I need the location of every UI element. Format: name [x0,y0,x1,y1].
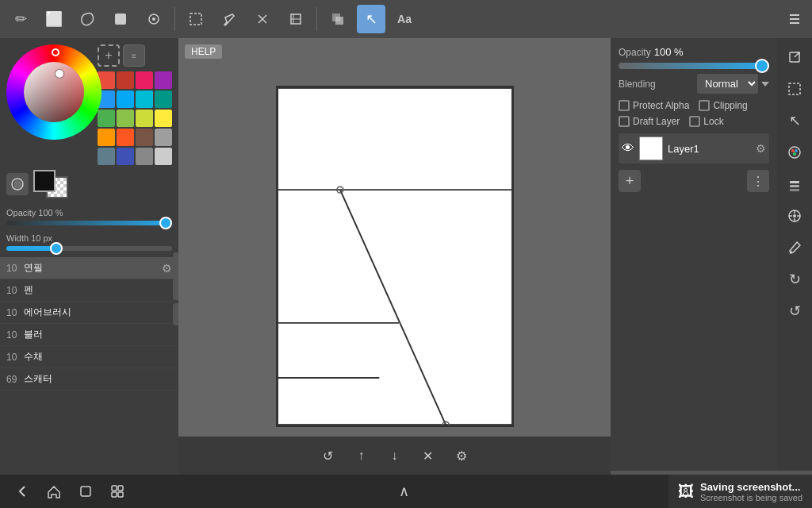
color-swatch[interactable] [136,71,153,89]
far-right-cursor-button[interactable]: ↖ [782,108,807,133]
mini-close-button[interactable]: ✕ [416,444,440,468]
layer-add-button[interactable]: + [619,170,641,192]
brush-settings-icon[interactable]: ⚙ [162,262,172,275]
brush-name: 연필 [24,261,162,275]
width-thumb[interactable] [50,242,63,255]
add-color-button[interactable]: + [98,44,120,67]
far-right-select-button[interactable] [782,76,807,102]
color-swatch[interactable] [117,90,134,108]
tool-color-picker[interactable] [215,5,243,33]
color-swatch[interactable] [117,110,134,127]
tool-rect-select[interactable] [182,5,210,33]
blending-label: Blending [619,79,656,90]
color-swatch[interactable] [155,148,172,165]
far-right-export-button[interactable] [782,44,807,70]
tool-transform[interactable] [248,5,277,33]
mini-up-button[interactable]: ↑ [350,444,373,468]
tool-transform2[interactable] [282,5,310,33]
mini-settings-button[interactable]: ⚙ [450,444,473,468]
color-swatch[interactable] [155,71,172,89]
color-swatch[interactable] [155,90,172,108]
width-slider[interactable] [6,246,172,251]
status-bar: ∧ 🖼 Saving screenshot... Screenshot is b… [0,475,812,508]
tool-layer-blend[interactable] [324,5,352,33]
mini-down-button[interactable]: ↓ [383,444,407,468]
far-right-transform-button[interactable] [782,203,807,229]
back-button[interactable] [10,479,35,504]
screenshot-subtitle: Screenshot is being saved [700,493,802,502]
clipping-box [699,100,710,111]
color-swatch[interactable] [117,71,134,89]
tool-eraser[interactable]: ⬜ [40,5,68,33]
lock-label: Lock [703,116,723,127]
color-section: + ≡ [0,38,178,205]
help-label[interactable]: HELP [185,44,222,59]
canvas-paper[interactable] [276,86,514,427]
far-right-layers-button[interactable] [782,171,807,197]
recent-apps-button[interactable] [73,479,98,504]
brush-list-item[interactable]: 10 수채 [0,346,178,368]
protect-alpha-checkbox[interactable]: Protect Alpha [619,100,689,111]
tool-text[interactable]: Aa [390,5,419,33]
canvas-area[interactable]: HELP [178,38,611,475]
color-swatch[interactable] [117,148,134,165]
color-wheel-row: + ≡ [6,44,172,165]
brush-list-item[interactable]: 69 스캐터 [0,368,178,391]
home-button[interactable] [41,479,67,504]
opacity-slider-thumb[interactable] [755,59,769,73]
far-right-eyedropper-button[interactable] [782,235,807,260]
color-wheel[interactable] [6,44,93,140]
protect-alpha-label: Protect Alpha [633,100,689,111]
brush-list-item[interactable]: 10 연필 ⚙ [0,257,178,279]
tool-fill[interactable] [106,5,135,33]
draft-layer-checkbox[interactable]: Draft Layer [619,116,680,127]
opacity-slider-right[interactable] [619,63,769,69]
layer-settings-button[interactable]: ⚙ [756,142,766,155]
blending-dropdown[interactable]: Normal Multiply Screen Overlay [697,74,758,94]
far-right-palette-button[interactable] [782,140,807,165]
color-swatch[interactable] [155,129,172,146]
tool-pointer[interactable]: ↖ [357,5,385,33]
mini-undo-button[interactable]: ↺ [316,444,340,468]
color-swatches [98,71,172,165]
svg-rect-44 [118,486,123,491]
tool-eyedropper[interactable] [140,5,168,33]
color-mode-button[interactable] [6,173,29,195]
far-right-undo-button[interactable]: ↺ [782,298,807,324]
tool-lasso[interactable] [73,5,102,33]
svg-rect-45 [112,492,117,497]
brush-list: 10 연필 ⚙ 10 펜 10 에어브러시 10 블러 10 수채 69 스캐터 [0,256,178,508]
brush-list-item[interactable]: 10 펜 [0,279,178,302]
lock-checkbox[interactable]: Lock [689,116,723,127]
color-swatch[interactable] [136,90,153,108]
color-swatch[interactable] [98,148,115,165]
layer-bottom: + ⋮ [619,170,769,192]
color-swatch[interactable] [98,110,115,127]
brush-list-item[interactable]: 10 블러 [0,324,178,346]
far-right-redo-button[interactable]: ↻ [782,267,807,292]
opacity-slider[interactable] [6,221,172,225]
foreground-color[interactable] [33,170,56,192]
nav-extra-button[interactable] [105,479,130,504]
color-swatch[interactable] [136,148,153,165]
color-swatch[interactable] [136,110,153,127]
brush-list-item[interactable]: 10 에어브러시 [0,302,178,324]
layer-thumbnail [639,137,663,160]
layer-more-button[interactable]: ⋮ [747,170,769,192]
brush-name: 펜 [24,283,172,297]
palette-menu-button[interactable]: ≡ [123,44,145,67]
opacity-thumb[interactable] [159,217,172,229]
color-swatch[interactable] [98,129,115,146]
chevron-up-button[interactable]: ∧ [399,483,409,500]
svg-point-2 [152,17,155,21]
svg-rect-43 [112,486,117,491]
opacity-section: Opacity 100 % [0,205,178,232]
layer-visibility-button[interactable]: 👁 [622,141,634,156]
color-swatch[interactable] [117,129,134,146]
menu-icon[interactable] [777,0,812,38]
tool-pencil[interactable]: ✏ [6,5,35,33]
svg-rect-3 [190,13,201,25]
color-swatch[interactable] [136,129,153,146]
clipping-checkbox[interactable]: Clipping [699,100,747,111]
color-swatch[interactable] [155,110,172,127]
